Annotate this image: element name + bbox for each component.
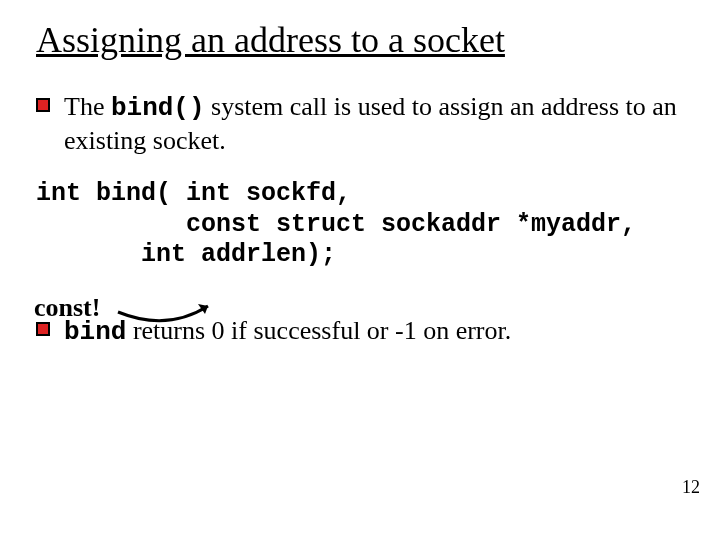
bullet-1-code: bind() — [111, 93, 205, 123]
bullet-2-post: returns 0 if successful or -1 on error. — [126, 316, 511, 345]
code-block: int bind( int sockfd, const struct socka… — [36, 179, 684, 271]
bullet-2: bind returns 0 if successful or -1 on er… — [36, 315, 684, 349]
bullet-1: The bind() system call is used to assign… — [36, 91, 684, 157]
bullet-2-code: bind — [64, 317, 126, 347]
bullet-1-pre: The — [64, 92, 111, 121]
page-number: 12 — [682, 477, 700, 498]
bullet-marker-icon — [36, 322, 50, 336]
slide: Assigning an address to a socket The bin… — [0, 0, 720, 540]
bullet-marker-icon — [36, 98, 50, 112]
slide-title: Assigning an address to a socket — [36, 18, 684, 63]
